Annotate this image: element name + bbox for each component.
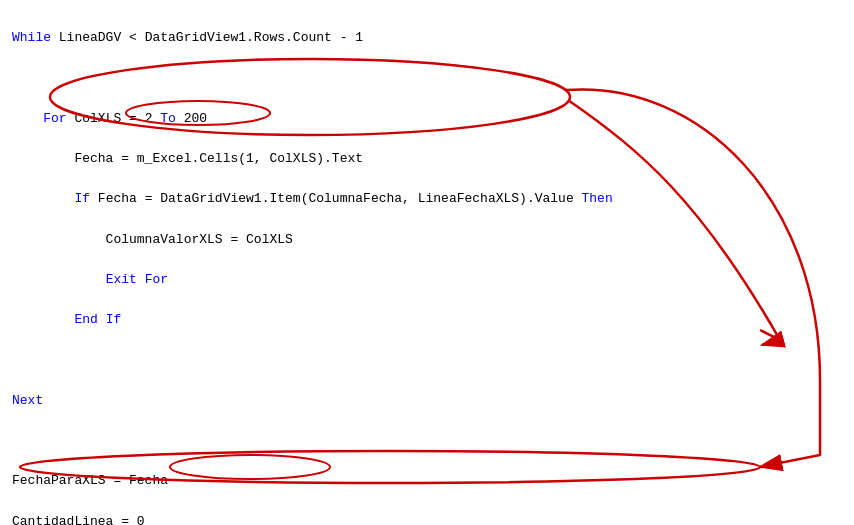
code-text: LineaDGV < DataGridView1.Rows.Count - 1 bbox=[51, 30, 363, 45]
code-editor: While LineaDGV < DataGridView1.Rows.Coun… bbox=[0, 0, 854, 525]
kw-while: While bbox=[12, 30, 51, 45]
then-1: Then bbox=[582, 191, 613, 206]
kw-for1: For bbox=[43, 111, 66, 126]
